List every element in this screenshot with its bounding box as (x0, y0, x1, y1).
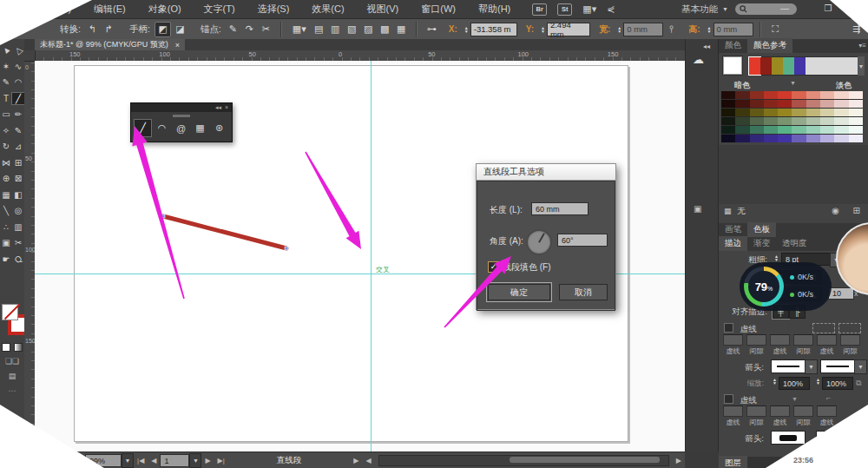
length-input[interactable]: 60 mm (531, 202, 589, 215)
tearoff-titlebar[interactable]: ◂◂ × (131, 103, 232, 112)
dash-input[interactable] (793, 405, 813, 417)
dash-input[interactable] (723, 405, 743, 417)
menu-item-view[interactable]: 视图(V) (356, 0, 411, 18)
dash-input[interactable] (770, 334, 790, 346)
color-variation-swatch[interactable] (820, 126, 834, 134)
color-button[interactable] (2, 343, 10, 352)
menu-item-help[interactable]: 帮助(H) (467, 0, 522, 18)
color-variation-swatch[interactable] (849, 135, 863, 142)
y-input[interactable]: 2.494 mm (547, 23, 590, 36)
menu-item-select[interactable]: 选择(S) (247, 0, 301, 18)
artboard-nav-input[interactable]: 1 (160, 454, 189, 467)
tool-selection[interactable]: ▲ (0, 44, 12, 56)
color-variation-swatch[interactable] (750, 109, 764, 116)
color-variation-swatch[interactable] (849, 91, 863, 99)
tab-close-icon[interactable]: × (175, 41, 180, 49)
ok-button[interactable]: 确定 (488, 284, 550, 300)
scroll-right-icon[interactable]: ▶ (676, 457, 681, 465)
tool-polar-grid[interactable]: ⊛ (211, 120, 227, 136)
artboard-dropdown-icon[interactable]: ▼ (189, 453, 201, 468)
color-variation-swatch[interactable] (834, 109, 848, 116)
workspace-switcher[interactable]: 基本功能 ▼ (681, 0, 728, 18)
tool-line-segment[interactable]: ╱ (12, 93, 24, 104)
tool-hand[interactable]: ☛ (0, 254, 12, 265)
convert-smooth-icon[interactable]: ↱ (102, 23, 116, 36)
transform-panel-icon[interactable]: ⛶ (768, 23, 783, 36)
menu-item-edit[interactable]: 编辑(E) (82, 0, 137, 18)
color-variation-swatch[interactable] (849, 117, 863, 125)
tool-pen[interactable]: ✎ (0, 76, 12, 88)
last-artboard-icon[interactable]: ▶| (218, 457, 225, 465)
tool-paintbrush[interactable]: ✏ (12, 109, 24, 120)
tool-type[interactable]: T (0, 93, 12, 104)
gradient-button[interactable] (14, 343, 23, 352)
current-color-swatch[interactable] (723, 56, 742, 75)
harmony-swatch[interactable] (794, 57, 806, 75)
tool-line-segment[interactable]: ╱ (135, 120, 151, 136)
tab-transparency[interactable]: 透明度 (776, 236, 813, 251)
tool-shaper[interactable]: ✧ (0, 125, 12, 136)
restore-button[interactable]: ❐ (821, 3, 835, 14)
tool-mesh[interactable]: ▦ (0, 189, 12, 201)
remove-anchor-icon[interactable]: ✎ (226, 23, 240, 36)
dash-input[interactable] (746, 405, 766, 417)
color-variation-swatch[interactable] (792, 135, 806, 142)
menu-item-type[interactable]: 文字(T) (193, 0, 247, 18)
y-spinner[interactable]: ▲▼ (541, 26, 545, 33)
tool-gradient[interactable]: ◧ (12, 189, 24, 201)
arrange-documents-icon[interactable]: ▦▾ (582, 3, 596, 15)
align-middle-icon[interactable]: ▩ (378, 23, 392, 36)
color-variation-swatch[interactable] (764, 91, 778, 99)
fill-stroke-indicator[interactable] (2, 304, 23, 337)
x-input[interactable]: -31.358 m (470, 23, 517, 36)
menu-item-object[interactable]: 对象(O) (137, 0, 193, 18)
tool-blend[interactable]: ◎ (12, 205, 24, 216)
reference-point-icon[interactable]: ⊶ (424, 23, 439, 36)
cc-sync-cloud-icon[interactable]: ☁ (693, 53, 704, 66)
tab-swatches[interactable]: 色板 (747, 222, 776, 237)
expand-panels-icon[interactable]: ◂◂ (703, 43, 710, 50)
width-spinner[interactable]: ▲▼ (617, 26, 621, 33)
color-variation-swatch[interactable] (806, 109, 820, 116)
align-center-icon[interactable]: ▥ (328, 23, 343, 36)
color-variation-swatch[interactable] (792, 100, 806, 108)
dash-input[interactable] (723, 334, 743, 346)
color-variation-swatch[interactable] (778, 117, 792, 125)
draw-normal-icon[interactable]: ❏ (5, 357, 12, 366)
dock-arrows-icon[interactable]: ◂◂ (215, 104, 221, 111)
harmony-swatch[interactable] (783, 57, 794, 75)
color-variation-swatch[interactable] (792, 126, 806, 134)
bridge-badge[interactable]: Br (532, 3, 547, 16)
horizontal-scrollbar[interactable] (378, 455, 669, 466)
color-variation-swatch[interactable] (849, 100, 863, 108)
tool-slice[interactable]: ✂ (12, 237, 24, 248)
color-variation-swatch[interactable] (792, 109, 806, 116)
color-variation-swatch[interactable] (834, 91, 848, 99)
panel-menu-icon[interactable]: ▾≡ (858, 42, 866, 49)
color-variation-swatch[interactable] (820, 100, 834, 108)
color-variation-swatch[interactable] (820, 109, 834, 116)
connect-anchor-icon[interactable]: ↷ (242, 23, 257, 36)
color-variation-swatch[interactable] (721, 117, 735, 125)
dash-input[interactable] (817, 334, 837, 346)
tool-free-transform[interactable]: ⊞ (12, 157, 24, 168)
anchor-point-end[interactable] (285, 247, 288, 250)
dash-preset2-icon[interactable] (838, 323, 861, 333)
tool-direct-selection[interactable]: △ (12, 44, 24, 56)
tool-zoom[interactable]: Q (12, 254, 24, 265)
document-tab[interactable]: 未标题-1* @ 99% (CMYK/GPU 预览) × (35, 39, 185, 50)
tab-gradient[interactable]: 渐变 (747, 236, 776, 251)
harmony-dropdown-icon[interactable]: ▼ (858, 56, 865, 76)
link-scale-icon[interactable]: ⧉ (856, 379, 861, 388)
color-variation-swatch[interactable] (750, 135, 764, 142)
color-variation-swatch[interactable] (750, 100, 764, 108)
arrow-scale-start-input[interactable]: 100% (779, 377, 810, 390)
harmony-strip[interactable] (748, 56, 859, 76)
tool-arc[interactable]: ◠ (154, 120, 170, 136)
tab-color-guide[interactable]: 颜色参考 (747, 38, 792, 53)
arrowhead-end-select[interactable] (820, 359, 855, 373)
color-variation-swatch[interactable] (806, 100, 820, 108)
tool-rectangle[interactable]: ▭ (0, 109, 12, 120)
drag-grip[interactable] (173, 115, 190, 117)
color-variation-swatch[interactable] (735, 126, 749, 134)
